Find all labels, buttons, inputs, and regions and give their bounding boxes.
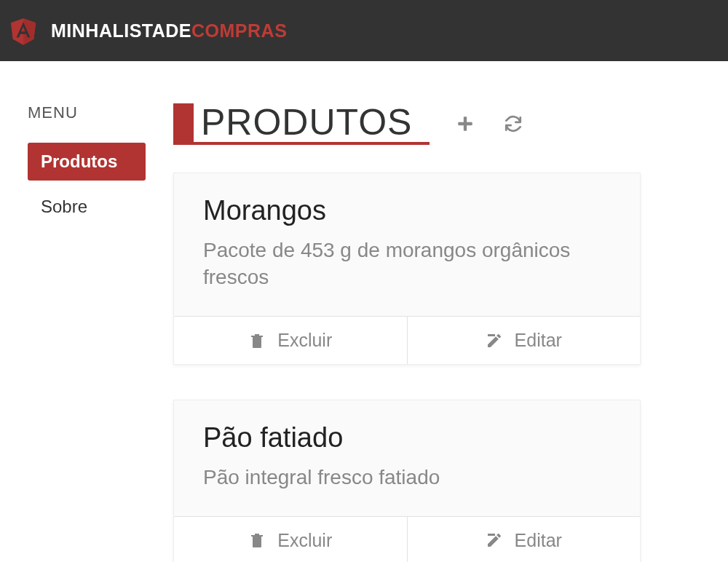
sidebar-header: MENU <box>28 103 146 122</box>
product-card: Morangos Pacote de 453 g de morangos org… <box>173 173 641 365</box>
title-actions <box>456 114 523 133</box>
card-actions: Excluir Editar <box>174 516 640 562</box>
edit-icon <box>486 332 503 349</box>
sidebar: MENU Produtos Sobre <box>0 103 146 562</box>
page-title-row: PRODUTOS <box>173 103 641 145</box>
sidebar-item-sobre[interactable]: Sobre <box>28 188 146 226</box>
delete-button[interactable]: Excluir <box>174 317 407 364</box>
delete-label: Excluir <box>277 530 332 551</box>
card-body: Morangos Pacote de 453 g de morangos org… <box>174 173 640 317</box>
card-actions: Excluir Editar <box>174 316 640 364</box>
page-title-block: PRODUTOS <box>173 103 430 145</box>
edit-label: Editar <box>515 530 562 551</box>
trash-icon <box>248 531 266 549</box>
refresh-icon[interactable] <box>504 114 523 133</box>
main-content: PRODUTOS Morangos P <box>146 103 728 562</box>
product-name: Morangos <box>203 195 611 226</box>
sidebar-item-label: Produtos <box>41 151 117 171</box>
delete-button[interactable]: Excluir <box>174 517 407 562</box>
brand-title: MINHALISTADECOMPRAS <box>51 20 287 41</box>
product-name: Pão fatiado <box>203 422 611 454</box>
product-card: Pão fatiado Pão integral fresco fatiado … <box>173 400 641 562</box>
title-accent-bar <box>173 103 194 142</box>
svg-rect-3 <box>459 122 473 125</box>
product-description: Pão integral fresco fatiado <box>203 464 611 491</box>
brand-part-3: COMPRAS <box>191 20 287 41</box>
edit-label: Editar <box>515 330 562 351</box>
brand-part-1: MINHA <box>51 20 112 41</box>
angular-shield-icon <box>9 16 38 45</box>
trash-icon <box>248 332 266 349</box>
edit-button[interactable]: Editar <box>407 317 641 364</box>
sidebar-item-produtos[interactable]: Produtos <box>28 143 146 181</box>
edit-icon <box>486 531 503 549</box>
plus-icon[interactable] <box>456 114 475 133</box>
sidebar-item-label: Sobre <box>41 197 87 216</box>
edit-button[interactable]: Editar <box>407 517 641 562</box>
brand-part-2: LISTADE <box>112 20 191 41</box>
delete-label: Excluir <box>277 330 332 351</box>
card-body: Pão fatiado Pão integral fresco fatiado <box>174 400 640 516</box>
product-description: Pacote de 453 g de morangos orgânicos fr… <box>203 237 611 292</box>
app-header: MINHALISTADECOMPRAS <box>0 0 728 61</box>
page-title: PRODUTOS <box>194 103 412 142</box>
